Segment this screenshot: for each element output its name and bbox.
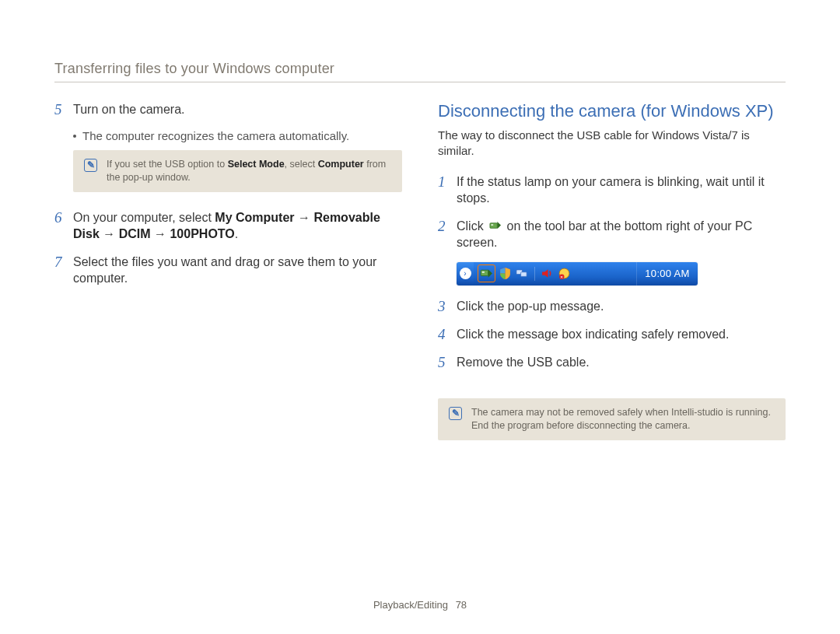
disc-step-1: 1 If the status lamp on your camera is b… xyxy=(438,173,786,207)
note-icon: ✎ xyxy=(449,407,462,420)
step-text: Click the message box indicating safely … xyxy=(457,326,729,343)
network-monitors-icon[interactable] xyxy=(516,267,529,280)
section-title: Disconnecting the camera (for Windows XP… xyxy=(438,101,786,121)
section-subtitle: The way to disconnect the USB cable for … xyxy=(438,128,786,159)
step-number: 5 xyxy=(54,101,65,118)
svg-rect-3 xyxy=(482,271,485,273)
left-column: 5 Turn on the camera. The computer recog… xyxy=(54,101,402,457)
bullet-icon xyxy=(73,135,76,138)
step-5: 5 Turn on the camera. xyxy=(54,101,402,118)
step-text: Click the pop-up message. xyxy=(457,298,604,315)
step-text: On your computer, select My Computer → R… xyxy=(73,209,402,243)
step-text: Remove the USB cable. xyxy=(457,354,590,371)
disc-step-2: 2 Click on the tool bar at the bottom ri… xyxy=(438,218,786,251)
step-text: Click on the tool bar at the bottom righ… xyxy=(457,218,786,251)
note-text: The camera may not be removed safely whe… xyxy=(471,406,771,433)
disc-step-3: 3 Click the pop-up message. xyxy=(438,298,786,315)
footer-section: Playback/Editing xyxy=(373,599,448,611)
tray-divider xyxy=(534,267,535,281)
svg-rect-1 xyxy=(491,224,493,226)
step-6: 6 On your computer, select My Computer →… xyxy=(54,209,402,243)
system-tray: ✕ xyxy=(474,262,636,285)
page-footer: Playback/Editing 78 xyxy=(0,599,840,611)
step-number: 4 xyxy=(438,326,449,343)
step-number: 3 xyxy=(438,298,449,315)
columns: 5 Turn on the camera. The computer recog… xyxy=(54,101,786,457)
note-icon: ✎ xyxy=(84,159,97,172)
disc-step-4: 4 Click the message box indicating safel… xyxy=(438,326,786,343)
safely-remove-inline-icon xyxy=(488,220,502,232)
note-box-usb-mode: ✎ If you set the USB option to Select Mo… xyxy=(73,150,402,192)
taskbar-expand-arrow[interactable]: › xyxy=(457,262,474,285)
note-box-intelli-studio: ✎ The camera may not be removed safely w… xyxy=(438,398,786,440)
update-icon[interactable]: ✕ xyxy=(558,267,571,280)
step-number: 7 xyxy=(54,254,65,287)
step-7: 7 Select the files you want and drag or … xyxy=(54,254,402,287)
right-column: Disconnecting the camera (for Windows XP… xyxy=(438,101,786,457)
step-text: Turn on the camera. xyxy=(73,101,184,118)
step-number: 5 xyxy=(438,354,449,371)
shield-icon[interactable] xyxy=(499,267,512,280)
volume-icon[interactable] xyxy=(541,267,554,280)
chevron-right-icon: › xyxy=(460,268,471,279)
svg-rect-5 xyxy=(521,272,527,277)
header-rule xyxy=(54,82,786,82)
step-text: Select the files you want and drag or sa… xyxy=(73,254,402,287)
bullet-text: The computer recognizes the camera autom… xyxy=(82,129,349,142)
step-number: 6 xyxy=(54,209,65,243)
taskbar-illustration: › xyxy=(457,262,698,285)
step-5-bullet: The computer recognizes the camera autom… xyxy=(73,129,402,142)
step-number: 2 xyxy=(438,218,449,251)
step-text: If the status lamp on your camera is bli… xyxy=(457,173,786,207)
note-text: If you set the USB option to Select Mode… xyxy=(107,158,391,184)
manual-page: Transferring files to your Windows compu… xyxy=(0,0,840,634)
safely-remove-hardware-icon[interactable] xyxy=(478,265,495,282)
taskbar-clock[interactable]: 10:00 AM xyxy=(636,262,698,285)
page-running-title: Transferring files to your Windows compu… xyxy=(54,61,786,77)
step-number: 1 xyxy=(438,173,449,207)
footer-page-number: 78 xyxy=(456,599,467,611)
disc-step-5: 5 Remove the USB cable. xyxy=(438,354,786,371)
svg-text:✕: ✕ xyxy=(560,275,563,279)
